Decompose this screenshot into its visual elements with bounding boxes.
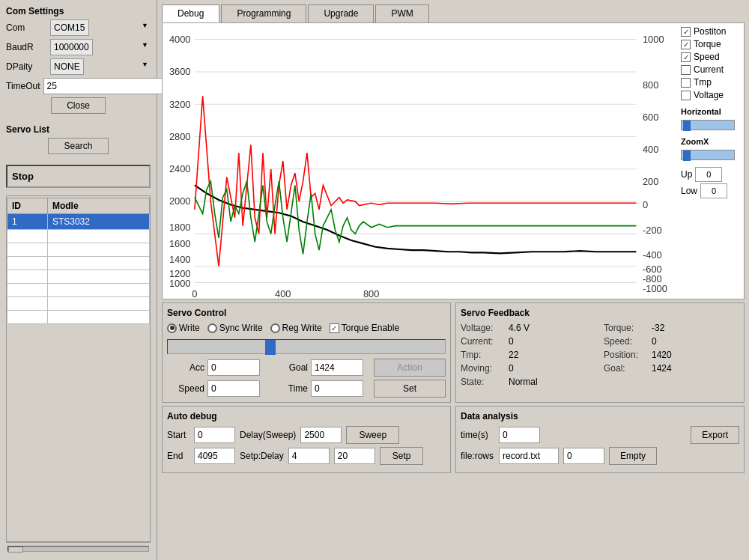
setp-delay-input[interactable] (288, 448, 330, 464)
svg-text:1600: 1600 (169, 238, 191, 249)
chart-svg: 4000 3600 3200 2800 2400 2000 1800 1600 … (163, 23, 676, 299)
tabs-bar: Debug Programming Upgrade PWM (157, 0, 749, 22)
servo-scrollbar[interactable] (6, 542, 151, 554)
position-checkbox[interactable] (681, 27, 691, 37)
com-select[interactable]: COM15 (50, 19, 89, 36)
stop-button[interactable]: Stop (6, 165, 151, 188)
rows-input[interactable] (563, 448, 604, 464)
tmp-label: Tmp (694, 77, 712, 88)
torque-enable-checkbox[interactable] (330, 323, 339, 333)
action-button[interactable]: Action (374, 359, 446, 377)
time-input[interactable] (311, 380, 363, 397)
svg-text:400: 400 (643, 144, 658, 155)
end-label: End (167, 451, 189, 461)
scrollbar-thumb[interactable] (8, 547, 23, 553)
servo-feedback-panel: Servo Feedback Voltage: 4.6 V Torque: -3… (455, 302, 745, 403)
tab-programming[interactable]: Programming (221, 4, 306, 22)
acc-input[interactable] (207, 359, 260, 376)
dpaity-select-wrap: NONE (50, 58, 151, 75)
horizontal-slider[interactable] (681, 120, 735, 130)
tab-pwm[interactable]: PWM (375, 4, 428, 22)
time-input[interactable] (499, 427, 540, 443)
moving-row: Moving: 0 (461, 363, 596, 374)
file-input[interactable] (499, 448, 559, 464)
baudr-label: BaudR (6, 42, 47, 52)
svg-text:2400: 2400 (169, 163, 191, 174)
start-input[interactable] (194, 427, 235, 443)
export-button[interactable]: Export (691, 426, 739, 444)
tab-debug[interactable]: Debug (162, 4, 219, 22)
com-settings-title: Com Settings (6, 6, 151, 16)
set-button[interactable]: Set (374, 380, 446, 398)
torque-checkbox[interactable] (681, 40, 691, 49)
com-label: Com (6, 22, 47, 33)
position-slider-row (167, 339, 446, 354)
up-input[interactable] (695, 167, 722, 182)
dpaity-select[interactable]: NONE (50, 58, 84, 75)
table-row (7, 230, 150, 243)
auto-debug-panel: Auto debug Start Delay(Sweep) Sweep End … (162, 406, 451, 473)
current-checkbox[interactable] (681, 65, 691, 75)
table-row (7, 257, 150, 270)
zoomx-slider[interactable] (681, 150, 735, 160)
svg-text:3600: 3600 (169, 66, 191, 77)
horizontal-thumb[interactable] (683, 121, 691, 131)
goal-feedback-row: Goal: 1424 (604, 363, 739, 374)
position-feedback-label: Position: (604, 350, 649, 360)
tmp-label: Tmp: (461, 350, 506, 360)
table-row[interactable]: 1 STS3032 (7, 214, 150, 230)
scrollbar-track[interactable] (7, 546, 149, 552)
reg-write-radio[interactable]: Reg Write (270, 323, 322, 333)
search-button[interactable]: Search (48, 138, 108, 154)
servo-list-section: Servo List Search (6, 124, 151, 157)
baudr-select-wrap: 1000000 (50, 39, 151, 55)
torque-feedback-row: Torque: -32 (604, 323, 739, 333)
svg-text:800: 800 (643, 79, 658, 91)
com-select-wrap: COM15 (50, 19, 151, 36)
start-label: Start (167, 430, 189, 440)
dpaity-label: DPaity (6, 61, 47, 72)
tmp-checkbox[interactable] (681, 78, 691, 88)
tab-upgrade[interactable]: Upgrade (308, 4, 374, 22)
zoomx-label: ZoomX (681, 137, 739, 146)
close-button[interactable]: Close (51, 97, 106, 114)
low-input[interactable] (700, 183, 727, 198)
torque-feedback-value: -32 (652, 323, 664, 333)
sync-write-radio[interactable]: Sync Write (207, 323, 263, 333)
position-slider[interactable] (167, 339, 446, 354)
write-radio-label: Write (179, 323, 200, 333)
servo-table: ID Modle 1 STS3032 (7, 198, 150, 324)
timeout-input[interactable] (43, 78, 163, 94)
middle-panels: Servo Control Write Sync Write (162, 302, 745, 403)
debug-start-row: Start Delay(Sweep) Sweep (167, 426, 446, 444)
chart-area: 4000 3600 3200 2800 2400 2000 1800 1600 … (162, 22, 745, 299)
baudr-select[interactable]: 1000000 (50, 39, 93, 55)
table-row (7, 297, 150, 311)
goal-input[interactable] (311, 359, 363, 376)
svg-text:400: 400 (275, 288, 291, 299)
svg-text:2000: 2000 (169, 195, 191, 207)
speed-feedback-label: Speed: (604, 336, 649, 347)
empty-button[interactable]: Empty (609, 447, 657, 465)
setp-value2-input[interactable] (334, 448, 375, 464)
write-radio-circle (167, 323, 177, 333)
setp-button[interactable]: Setp (380, 447, 424, 465)
sweep-button[interactable]: Sweep (346, 426, 399, 444)
state-value: Normal (509, 377, 538, 387)
speed-input[interactable] (207, 380, 260, 397)
radio-row: Write Sync Write Reg Write Torque E (167, 323, 446, 333)
torque-enable-check[interactable]: Torque Enable (330, 323, 399, 333)
zoomx-thumb[interactable] (683, 150, 691, 161)
baudr-field-row: BaudR 1000000 (6, 39, 151, 55)
end-input[interactable] (194, 448, 235, 464)
speed-checkbox[interactable] (681, 52, 691, 62)
current-label: Current: (461, 336, 506, 347)
voltage-checkbox[interactable] (681, 91, 691, 100)
servo-table-wrap: ID Modle 1 STS3032 (6, 195, 151, 542)
delay-input[interactable] (300, 427, 342, 443)
position-feedback-value: 1420 (652, 350, 672, 360)
legend-current: Current (681, 64, 739, 75)
write-radio[interactable]: Write (167, 323, 200, 333)
table-row (7, 311, 150, 324)
position-slider-thumb[interactable] (265, 340, 276, 355)
